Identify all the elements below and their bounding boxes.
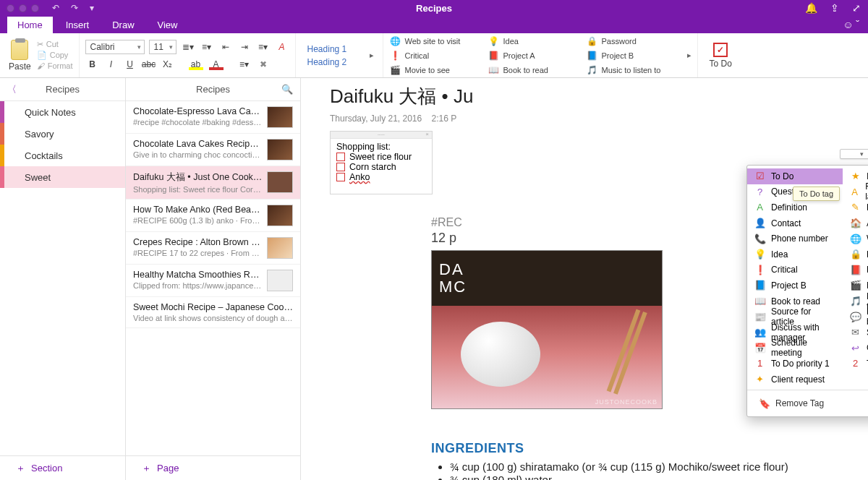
tab-home[interactable]: Home — [7, 17, 53, 33]
tag-option-idea[interactable]: 💡Idea — [747, 247, 843, 262]
tag-music-to-listen-to[interactable]: 🎵Music to listen to — [587, 64, 680, 77]
tag-option-remember-for-later[interactable]: ARemember for later — [843, 184, 868, 200]
ingredient-item: ¾ cup (100 g) shiratamako (or ¾ cup (115… — [450, 460, 854, 473]
tag-option-to-do-priority-1[interactable]: 1To Do priority 1 — [747, 356, 843, 372]
tab-view[interactable]: View — [148, 17, 188, 33]
underline-button[interactable]: U — [123, 57, 137, 72]
tag-option-schedule-meeting[interactable]: 📅Schedule meeting — [747, 340, 843, 356]
tag-project-a[interactable]: 📕Project A — [489, 49, 582, 62]
tag-option-project-b[interactable]: 📘Project B — [747, 278, 843, 293]
tag-movie-to-see[interactable]: 🎬Movie to see — [391, 64, 483, 77]
font-name-combo[interactable]: Calibri — [85, 40, 145, 54]
tag-option-music-to-listen-to[interactable]: 🎵Music to listen to — [843, 293, 868, 309]
shopping-item[interactable]: Anko — [336, 172, 426, 182]
cut-button[interactable]: ✂Cut — [37, 40, 73, 49]
remove-tag-button[interactable]: 🔖 Remove Tag — [747, 393, 868, 413]
tag-option-password[interactable]: 🔒Password — [843, 247, 868, 262]
todo-checkbox[interactable] — [336, 163, 345, 171]
font-size-combo[interactable]: 11 — [149, 40, 176, 54]
tag-icon: 📞 — [754, 233, 765, 244]
tab-draw[interactable]: Draw — [102, 17, 144, 33]
styles-more-icon[interactable]: ▸ — [367, 51, 377, 60]
search-icon[interactable]: 🔍 — [281, 84, 293, 95]
tag-option-web-site-to-visit[interactable]: 🌐Web site to visit — [843, 231, 868, 247]
tag-option-remember-for-blog[interactable]: 💬Remember for blog — [843, 309, 868, 325]
todo-checkbox[interactable] — [336, 153, 345, 161]
shopping-list-container[interactable]: ┄┄ Shopping list: Sweet rice flourCorn s… — [330, 131, 433, 194]
add-page-button[interactable]: ＋ Page — [126, 455, 300, 480]
tag-critical[interactable]: ❗Critical — [391, 49, 483, 62]
page-item[interactable]: Chocolate-Espresso Lava Cakes...#recipe … — [126, 101, 300, 134]
note-canvas[interactable]: Daifuku 大福 • Ju Thursday, July 21, 2016 … — [301, 78, 868, 480]
numbering-button[interactable]: ≡▾ — [200, 40, 214, 54]
shopping-item[interactable]: Corn starch — [336, 162, 426, 172]
tag-option-address[interactable]: 🏠Address — [843, 215, 868, 231]
page-item[interactable]: How To Make Anko (Red Bean P...#RECIPE 6… — [126, 200, 300, 232]
bold-button[interactable]: B — [85, 57, 100, 72]
tag-idea[interactable]: 💡Idea — [489, 35, 582, 48]
tag-option-contact[interactable]: 👤Contact — [747, 215, 843, 231]
tag-option-client-request[interactable]: ✦Client request — [747, 372, 843, 387]
tab-insert[interactable]: Insert — [56, 17, 100, 33]
container-grip[interactable]: ┄┄ — [331, 132, 432, 139]
tag-option-call-back[interactable]: ↩Call back — [843, 340, 868, 356]
strike-button[interactable]: abc — [142, 57, 156, 72]
add-section-button[interactable]: ＋ Section — [0, 455, 125, 480]
todo-tag-button[interactable]: ✓ To Do — [704, 40, 738, 72]
section-sweet[interactable]: Sweet — [0, 166, 125, 188]
page-item[interactable]: Healthy Matcha Smoothies Reci...Clipped … — [126, 265, 300, 297]
notifications-icon[interactable]: 🔔 — [805, 2, 817, 14]
tag-book-to-read[interactable]: 📖Book to read — [489, 64, 582, 77]
fullscreen-icon[interactable]: ⤢ — [852, 2, 861, 14]
styles-gallery-button[interactable]: ≡▾ — [237, 57, 252, 72]
delete-button[interactable]: ✖ — [256, 57, 271, 72]
feedback-icon[interactable]: ☺ ˇ — [843, 19, 859, 30]
share-icon[interactable]: ⇪ — [830, 2, 839, 14]
back-icon[interactable]: 〈 — [7, 83, 17, 96]
tag-option-send-in-email[interactable]: ✉Send in email — [843, 325, 868, 340]
indent-button[interactable]: ⇥ — [237, 40, 252, 54]
section-cocktails[interactable]: Cocktails — [0, 145, 125, 166]
pages-header: Recipes 🔍 — [126, 78, 300, 101]
heading1-style[interactable]: Heading 1 — [307, 44, 361, 54]
section-quick-notes[interactable]: Quick Notes — [0, 101, 125, 123]
tags-more-icon[interactable]: ▸ — [684, 51, 694, 60]
paste-button[interactable]: Paste — [6, 38, 34, 73]
font-group: Calibri 11 ≣▾ ≡▾ ⇤ ⇥ ≡▾ A B I U abc X₂ a… — [80, 33, 296, 77]
page-thumbnail — [267, 270, 293, 291]
tag-option-to-do[interactable]: ☑To Do — [747, 168, 843, 184]
tag-option-movie-to-see[interactable]: 🎬Movie to see — [843, 278, 868, 293]
note-title[interactable]: Daifuku 大福 • Ju — [330, 84, 854, 109]
tag-option-highlight[interactable]: ✎Highlight — [843, 200, 868, 215]
heading2-style[interactable]: Heading 2 — [307, 57, 361, 67]
tag-icon: 1 — [754, 358, 765, 369]
todo-checkbox[interactable] — [336, 173, 345, 181]
page-thumbnail — [267, 205, 293, 226]
copy-button[interactable]: 📄Copy — [37, 51, 73, 60]
tags-dropdown-caret[interactable]: ▾ — [840, 149, 868, 159]
subscript-button[interactable]: X₂ — [161, 57, 175, 72]
page-item[interactable]: Chocolate Lava Cakes Recipe -...Give in … — [126, 134, 300, 166]
bullets-button[interactable]: ≣▾ — [181, 40, 195, 54]
section-savory[interactable]: Savory — [0, 123, 125, 145]
tag-option-project-a[interactable]: 📕Project A — [843, 262, 868, 278]
tag-password[interactable]: 🔒Password — [587, 35, 680, 48]
font-color-button[interactable]: A — [208, 58, 224, 71]
tag-option-to-do-priority-2[interactable]: 2To Do priority 2 — [843, 356, 868, 372]
tag-option-phone-number[interactable]: 📞Phone number — [747, 231, 843, 247]
italic-button[interactable]: I — [104, 57, 119, 72]
tag-web-site-to-visit[interactable]: 🌐Web site to visit — [391, 35, 483, 48]
tag-option-important[interactable]: ★Important — [843, 168, 868, 184]
align-button[interactable]: ≡▾ — [256, 40, 271, 54]
page-item[interactable]: Crepes Recipe : Alton Brown : F...#RECIP… — [126, 232, 300, 265]
page-item[interactable]: Daifuku 大福 • Just One Cookbo...Shopping … — [126, 166, 300, 200]
outdent-button[interactable]: ⇤ — [218, 40, 233, 54]
highlight-button[interactable]: ab — [188, 58, 204, 71]
tag-option-critical[interactable]: ❗Critical — [747, 262, 843, 278]
shopping-item[interactable]: Sweet rice flour — [336, 152, 426, 162]
tag-project-b[interactable]: 📘Project B — [587, 49, 680, 62]
clear-format-button[interactable]: A — [275, 40, 289, 54]
page-item[interactable]: Sweet Mochi Recipe – Japanese Cooki...Vi… — [126, 297, 300, 328]
tag-option-definition[interactable]: ADefinition — [747, 200, 843, 215]
format-painter-button[interactable]: 🖌Format — [37, 61, 73, 70]
